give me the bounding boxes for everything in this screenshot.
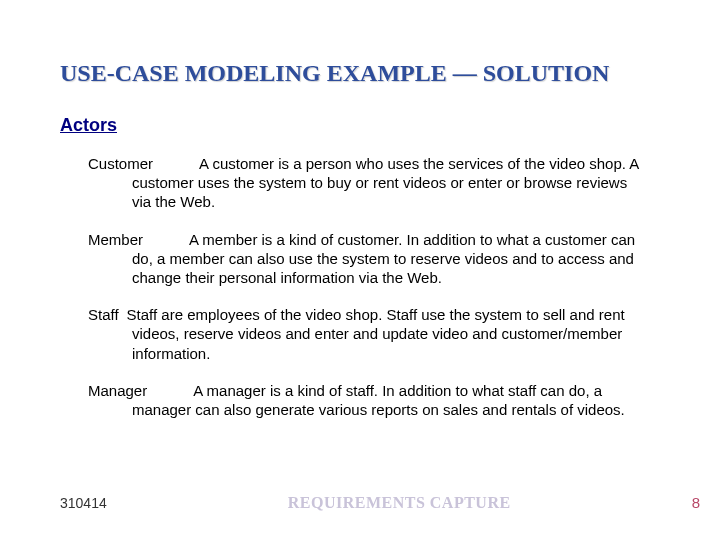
actor-description: Staff are employees of the video shop. S… xyxy=(127,306,625,361)
actor-entry: CustomerA customer is a person who uses … xyxy=(88,154,640,212)
actor-name: Member xyxy=(88,231,143,248)
footer-page-number: 8 xyxy=(692,494,700,511)
footer-section-name: REQUIREMENTS CAPTURE xyxy=(288,494,511,512)
actor-entry: ManagerA manager is a kind of staff. In … xyxy=(88,381,640,419)
actor-name: Customer xyxy=(88,155,153,172)
actor-description: A manager is a kind of staff. In additio… xyxy=(132,382,625,418)
actor-entry: StaffStaff are employees of the video sh… xyxy=(88,305,640,363)
actor-description: A member is a kind of customer. In addit… xyxy=(132,231,635,286)
actor-name: Staff xyxy=(88,306,119,323)
footer-course-code: 310414 xyxy=(60,495,107,511)
actor-entry: MemberA member is a kind of customer. In… xyxy=(88,230,640,288)
slide-footer: 310414 REQUIREMENTS CAPTURE 8 xyxy=(60,494,700,512)
slide-title: USE-CASE MODELING EXAMPLE — SOLUTION xyxy=(60,60,660,87)
actor-name: Manager xyxy=(88,382,147,399)
actor-description: A customer is a person who uses the serv… xyxy=(132,155,638,210)
section-heading-actors: Actors xyxy=(60,115,660,136)
